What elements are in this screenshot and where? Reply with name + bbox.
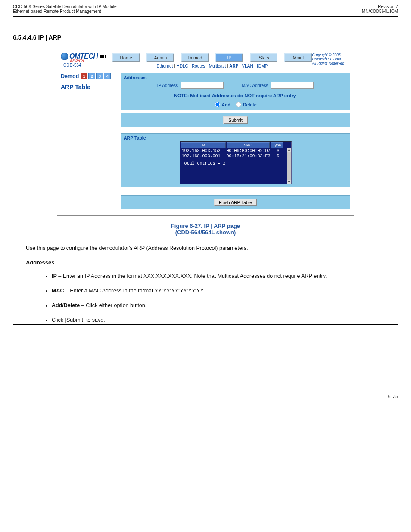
- globe-icon: [61, 53, 68, 60]
- demod-btn-1[interactable]: 1: [81, 73, 87, 79]
- logo-bars-icon: [100, 55, 106, 58]
- copyright-line3: All Rights Reserved: [312, 61, 350, 65]
- arp-table-box: IP MAC Type 192.168.003.152 00:06:B0:00:…: [180, 141, 292, 184]
- tab-ip[interactable]: IP: [215, 53, 243, 62]
- arp-col-type[interactable]: Type: [271, 142, 283, 148]
- subtab-vlan[interactable]: VLAN: [242, 64, 253, 68]
- doc-header-left-line2: Ethernet-based Remote Product Management: [13, 9, 116, 14]
- subtab-arp[interactable]: ARP: [229, 64, 238, 68]
- figure-caption: Figure 6-27. IP | ARP page (CDD-564/564L…: [0, 223, 411, 236]
- left-column: Demod 1 2 3 4 ARP Table: [61, 70, 119, 209]
- table-row: 192.168.003.001 00:1B:21:09:83:E3 D: [180, 154, 291, 159]
- arp-col-mac[interactable]: MAC: [227, 142, 270, 148]
- radio-add-label[interactable]: Add: [215, 102, 230, 107]
- main-tabs: Home Admin Demod IP Stats Maint: [112, 53, 312, 62]
- app-top-bar: OMTECH EF DATA CDD-564 Home Admin Demod …: [57, 50, 354, 69]
- demod-btn-4[interactable]: 4: [104, 73, 111, 79]
- app-body: Demod 1 2 3 4 ARP Table Addresses IP Add…: [57, 69, 354, 215]
- body-paragraph: Use this page to configure the demodulat…: [0, 236, 411, 252]
- arp-cell-type: D: [273, 154, 283, 159]
- doc-header-left-line1: CDD-56X Series Satellite Demodulator wit…: [13, 4, 116, 9]
- arp-cell-mac: 00:1B:21:09:83:E3: [227, 154, 273, 159]
- multicast-note: NOTE: Multicast Addresses do NOT require…: [124, 93, 347, 98]
- submit-panel: Submit: [121, 113, 350, 127]
- tab-admin[interactable]: Admin: [146, 53, 174, 62]
- subtab-routes[interactable]: Routes: [192, 64, 206, 68]
- bullet-label: Add/Delete: [52, 302, 80, 308]
- subtab-ethernet[interactable]: Ethernet: [157, 64, 173, 68]
- addresses-heading: Addresses: [0, 252, 411, 266]
- scroll-down-icon[interactable]: ▼: [287, 180, 291, 184]
- bullet-list: IP – Enter an IP Address in the format X…: [0, 266, 411, 324]
- page-title: ARP Table: [61, 84, 119, 90]
- nav-area: Home Admin Demod IP Stats Maint Ethernet…: [112, 53, 312, 68]
- bullet-text: – Enter a MAC Address in the format YY:Y…: [64, 288, 204, 294]
- subtab-multicast[interactable]: Multicast: [209, 64, 226, 68]
- add-delete-row: Add Delete: [124, 102, 347, 107]
- screenshot: OMTECH EF DATA CDD-564 Home Admin Demod …: [57, 50, 354, 216]
- arp-table-title: ARP Table: [124, 135, 347, 140]
- copyright-line2: Comtech EF Data: [312, 57, 350, 61]
- logo-block: OMTECH EF DATA CDD-564: [61, 53, 112, 68]
- bullet-label: MAC: [52, 288, 64, 294]
- list-item: MAC – Enter a MAC Address in the format …: [52, 286, 385, 295]
- doc-header-right-line1: Revision 7: [362, 4, 398, 9]
- demod-btn-2[interactable]: 2: [88, 73, 95, 79]
- list-item: IP – Enter an IP Address in the format X…: [52, 272, 385, 280]
- bullet-text: – Enter an IP Address in the format XXX.…: [57, 273, 327, 279]
- section-path: 6.5.4.4.6 IP | ARP: [0, 17, 411, 45]
- flush-panel: Flush ARP Table: [121, 195, 350, 209]
- arp-cell-ip: 192.168.003.001: [182, 154, 227, 159]
- address-row: IP Address MAC Address: [124, 82, 347, 89]
- main-column: Addresses IP Address MAC Address NOTE: M…: [121, 70, 350, 209]
- list-item: Click [Submit] to save.: [52, 316, 385, 324]
- arp-cell-ip: 192.168.003.152: [182, 149, 227, 154]
- radio-add-text: Add: [222, 102, 230, 107]
- doc-header-right: Revision 7 MN/CDD564L.IOM: [362, 4, 398, 14]
- doc-header: CDD-56X Series Satellite Demodulator wit…: [0, 0, 411, 14]
- table-row: 192.168.003.152 00:06:B0:00:02:D7 S: [180, 149, 291, 154]
- scroll-up-icon[interactable]: ▲: [287, 148, 291, 152]
- flush-arp-button[interactable]: Flush ARP Table: [214, 199, 257, 206]
- tab-home[interactable]: Home: [112, 53, 140, 62]
- page-number: 6–35: [388, 394, 398, 399]
- submit-button[interactable]: Submit: [223, 116, 248, 124]
- arp-table-panel: ARP Table IP MAC Type 192.168.003.152 00…: [121, 133, 350, 187]
- figure-note: (CDD-564/564L shown): [175, 229, 236, 236]
- doc-header-left: CDD-56X Series Satellite Demodulator wit…: [13, 4, 116, 14]
- arp-cell-mac: 00:06:B0:00:02:D7: [227, 149, 273, 154]
- radio-delete-text: Delete: [243, 102, 257, 107]
- ip-address-label: IP Address: [157, 83, 178, 88]
- list-item: Add/Delete – Click either option button.: [52, 301, 385, 310]
- tab-stats[interactable]: Stats: [250, 53, 277, 62]
- bullet-text: Click [Submit] to save.: [52, 317, 105, 323]
- ip-address-input[interactable]: [181, 82, 224, 89]
- copyright-line1: Copyright © 2003: [312, 53, 350, 57]
- arp-col-ip[interactable]: IP: [181, 142, 226, 148]
- arp-header-row: IP MAC Type: [180, 142, 291, 149]
- demod-selector: Demod 1 2 3 4: [61, 73, 119, 79]
- arp-cell-type: S: [273, 149, 283, 154]
- subtab-igmp[interactable]: IGMP: [257, 64, 268, 68]
- bullet-text: – Click either option button.: [80, 302, 146, 308]
- mac-address-label: MAC Address: [242, 83, 268, 88]
- footer-rule: [13, 324, 398, 325]
- mac-address-input[interactable]: [271, 82, 314, 89]
- doc-footer: 6–35: [0, 394, 411, 403]
- demod-btn-3[interactable]: 3: [96, 73, 103, 79]
- subtab-hdlc[interactable]: HDLC: [176, 64, 188, 68]
- scrollbar[interactable]: ▲ ▼: [287, 148, 291, 184]
- doc-header-right-line2: MN/CDD564L.IOM: [362, 9, 398, 14]
- addresses-panel: Addresses IP Address MAC Address NOTE: M…: [121, 73, 350, 110]
- radio-add[interactable]: [215, 102, 220, 107]
- radio-delete-label[interactable]: Delete: [236, 102, 257, 107]
- tab-maint[interactable]: Maint: [284, 53, 312, 62]
- logo-subtext: EF DATA: [70, 59, 84, 62]
- copyright-block: Copyright © 2003 Comtech EF Data All Rig…: [312, 53, 350, 66]
- tab-demod[interactable]: Demod: [181, 53, 209, 62]
- sub-tabs: Ethernet | HDLC | Routes | Multicast | A…: [157, 64, 268, 68]
- addresses-title: Addresses: [124, 75, 347, 80]
- arp-total-entries: Total entries = 2: [180, 159, 291, 166]
- device-name: CDD-564: [63, 63, 81, 68]
- radio-delete[interactable]: [236, 102, 241, 107]
